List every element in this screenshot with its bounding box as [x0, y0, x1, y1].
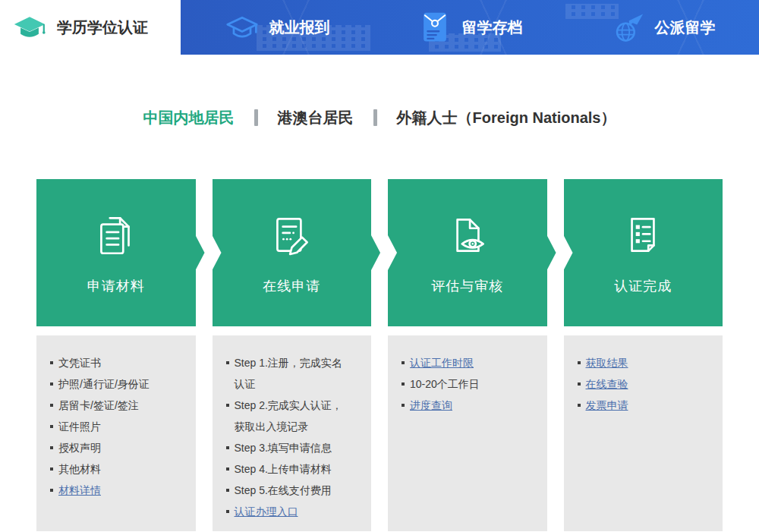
tab-label: 就业报到	[269, 17, 330, 38]
step-detail-list-online-application: Step 1.注册，完成实名认证 Step 2.完成实人认证，获取出入境记录 S…	[213, 335, 372, 531]
plane-globe-icon	[610, 10, 645, 45]
list-item: 认证办理入口	[226, 501, 351, 522]
list-item: 证件照片	[50, 416, 175, 437]
step-detail-list-application-materials: 文凭证书 护照/通行证/身份证 居留卡/签证/签注 证件照片 授权声明 其他材料…	[36, 335, 196, 531]
list-item-text: 10-20个工作日	[410, 373, 526, 395]
list-item: 发票申请	[578, 395, 702, 416]
list-item: 进度查询	[402, 395, 526, 416]
list-item-text: Step 5.在线支付费用	[235, 480, 351, 501]
document-eye-icon	[442, 210, 493, 260]
list-item: Step 3.填写申请信息	[226, 437, 351, 458]
tab-label: 学历学位认证	[57, 17, 148, 38]
list-item-text: 居留卡/签证/签注	[58, 395, 175, 416]
bullet-icon	[402, 404, 405, 407]
list-link[interactable]: 认证办理入口	[235, 501, 351, 522]
list-item: 文凭证书	[50, 352, 175, 373]
list-item-text: 护照/通行证/身份证	[58, 373, 175, 395]
graduation-cap-icon	[12, 10, 47, 45]
list-item-text: 授权声明	[58, 437, 175, 458]
bullet-icon	[50, 467, 53, 471]
step-card-online-application: 在线申请	[213, 179, 372, 326]
step-detail-list-evaluation-review: 认证工作时限 10-20个工作日 进度查询	[388, 335, 547, 531]
step-card-application-materials: 申请材料	[36, 179, 196, 326]
list-item-text: Step 4.上传申请材料	[235, 458, 351, 480]
tab-hk-macao-taiwan-residents[interactable]: 港澳台居民	[278, 108, 354, 128]
list-item-text: Step 3.填写申请信息	[235, 437, 351, 458]
step-detail-list-certification-complete: 获取结果 在线查验 发票申请	[564, 335, 723, 531]
process-details: 文凭证书 护照/通行证/身份证 居留卡/签证/签注 证件照片 授权声明 其他材料…	[36, 335, 723, 531]
list-item-text: Step 2.完成实人认证，获取出入境记录	[235, 395, 351, 437]
bullet-icon	[226, 361, 229, 364]
step-title: 在线申请	[263, 277, 320, 295]
bullet-icon	[578, 382, 581, 386]
list-item: 认证工作时限	[402, 352, 526, 373]
tab-foreign-nationals[interactable]: 外籍人士（Foreign Nationals）	[397, 108, 616, 128]
list-item-text: 证件照片	[58, 416, 175, 437]
divider	[254, 109, 258, 126]
list-item: 护照/通行证/身份证	[50, 373, 175, 395]
tab-degree-certification[interactable]: 学历学位认证	[0, 0, 181, 55]
list-item: 授权声明	[50, 437, 175, 458]
list-item-text: 其他材料	[58, 458, 175, 480]
checklist-document-icon	[618, 210, 668, 260]
resident-tabs: 中国内地居民 港澳台居民 外籍人士（Foreign Nationals）	[0, 106, 759, 129]
bullet-icon	[402, 382, 405, 386]
list-link[interactable]: 发票申请	[586, 395, 702, 416]
bullet-icon	[226, 489, 229, 492]
list-item: Step 2.完成实人认证，获取出入境记录	[226, 395, 351, 437]
list-link[interactable]: 获取结果	[586, 352, 702, 373]
tab-label: 留学存档	[462, 17, 523, 38]
list-item: 获取结果	[578, 352, 702, 373]
step-title: 申请材料	[87, 277, 145, 295]
bullet-icon	[578, 361, 581, 364]
list-item: Step 1.注册，完成实名认证	[226, 352, 351, 395]
list-item: 居留卡/签证/签注	[50, 395, 175, 416]
list-item: Step 5.在线支付费用	[226, 480, 351, 501]
list-item: Step 4.上传申请材料	[226, 458, 351, 480]
tab-study-abroad-archive[interactable]: 留学存档	[373, 0, 566, 55]
list-item-text: Step 1.注册，完成实名认证	[235, 352, 351, 395]
step-title: 认证完成	[614, 277, 672, 295]
tab-mainland-residents[interactable]: 中国内地居民	[143, 108, 235, 128]
archive-file-icon	[417, 10, 452, 45]
bullet-icon	[226, 446, 229, 449]
bullet-icon	[50, 361, 53, 364]
divider	[373, 109, 377, 126]
step-card-certification-complete: 认证完成	[564, 179, 723, 326]
step-card-evaluation-review: 评估与审核	[388, 179, 547, 326]
documents-icon	[91, 210, 141, 260]
top-nav: 学历学位认证 就业报到 留学存档	[0, 0, 759, 55]
bullet-icon	[578, 404, 581, 407]
tab-employment-registration[interactable]: 就业报到	[181, 0, 373, 55]
edit-document-icon	[266, 210, 317, 260]
list-item: 材料详情	[50, 480, 175, 501]
bullet-icon	[226, 467, 229, 471]
bullet-icon	[50, 404, 53, 407]
list-item: 在线查验	[578, 373, 702, 395]
list-link[interactable]: 认证工作时限	[410, 352, 526, 373]
graduation-cap-outline-icon	[225, 10, 260, 45]
bullet-icon	[226, 510, 229, 513]
list-link[interactable]: 材料详情	[58, 480, 175, 501]
list-item: 10-20个工作日	[402, 373, 526, 395]
bullet-icon	[402, 361, 405, 364]
tab-government-sponsored-study[interactable]: 公派留学	[566, 0, 759, 55]
bullet-icon	[50, 382, 53, 386]
bullet-icon	[50, 489, 53, 492]
tab-label: 公派留学	[655, 17, 716, 38]
bullet-icon	[50, 446, 53, 449]
list-link[interactable]: 进度查询	[410, 395, 526, 416]
list-link[interactable]: 在线查验	[586, 373, 702, 395]
bullet-icon	[50, 425, 53, 428]
bullet-icon	[226, 404, 229, 407]
list-item-text: 文凭证书	[58, 352, 175, 373]
step-title: 评估与审核	[431, 277, 503, 295]
list-item: 其他材料	[50, 458, 175, 480]
process-flow: 申请材料 在线申请 评估与审核 认证完成	[36, 179, 723, 326]
